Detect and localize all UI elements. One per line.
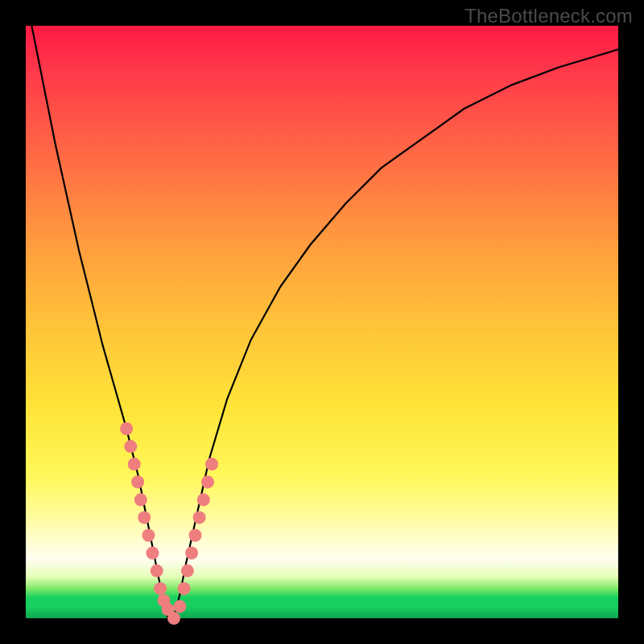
marker-dot <box>124 440 137 453</box>
marker-dot <box>167 612 180 625</box>
highlighted-points <box>120 423 218 625</box>
marker-dot <box>181 564 194 577</box>
bottleneck-curve <box>31 26 618 618</box>
plot-area <box>26 26 618 618</box>
marker-dot <box>138 511 151 524</box>
marker-dot <box>178 582 191 595</box>
marker-dot <box>134 493 147 506</box>
chart-frame: TheBottleneck.com <box>0 0 644 644</box>
marker-dot <box>205 458 218 471</box>
marker-dot <box>173 600 186 613</box>
marker-dot <box>120 423 133 436</box>
marker-dot <box>189 529 202 542</box>
marker-dot <box>185 547 198 559</box>
marker-dot <box>154 582 167 595</box>
watermark-text: TheBottleneck.com <box>464 5 633 27</box>
marker-dot <box>131 476 144 489</box>
curve-layer <box>26 26 618 618</box>
marker-dot <box>151 564 163 577</box>
marker-dot <box>197 493 210 506</box>
marker-dot <box>142 529 155 542</box>
marker-dot <box>147 547 159 559</box>
marker-dot <box>128 458 141 471</box>
marker-dot <box>193 511 206 524</box>
marker-dot <box>201 476 214 489</box>
